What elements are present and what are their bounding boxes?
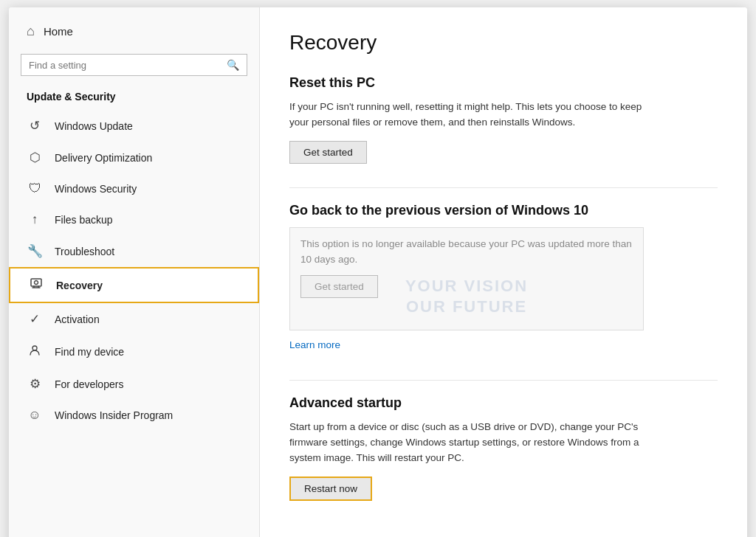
advanced-startup-title: Advanced startup [289,395,718,411]
reset-description: If your PC isn't running well, resetting… [289,100,644,131]
home-icon: ⌂ [27,24,35,39]
windows-update-icon: ↺ [27,118,43,134]
sidebar-item-label: Windows Insider Program [55,409,173,421]
restart-now-button[interactable]: Restart now [289,477,372,501]
sidebar-item-recovery[interactable]: Recovery [9,267,259,303]
sidebar-item-troubleshoot[interactable]: 🔧 Troubleshoot [9,235,259,267]
sidebar-item-windows-insider[interactable]: ☺ Windows Insider Program [9,400,259,431]
sidebar: ⌂ Home 🔍 Update & Security ↺ Windows Upd… [9,7,260,537]
divider-2 [289,380,718,381]
sidebar-item-label: For developers [55,378,123,390]
for-developers-icon: ⚙ [27,376,43,392]
sidebar-item-activation[interactable]: ✓ Activation [9,303,259,335]
advanced-startup-description: Start up from a device or disc (such as … [289,420,644,466]
divider-1 [289,187,718,188]
sidebar-item-windows-update[interactable]: ↺ Windows Update [9,110,259,142]
find-my-device-icon [27,343,43,360]
section-title: Update & Security [9,86,259,110]
home-label: Home [44,25,73,38]
settings-window: ⌂ Home 🔍 Update & Security ↺ Windows Upd… [9,7,747,537]
svg-rect-0 [31,279,41,286]
search-input[interactable] [29,60,221,71]
activation-icon: ✓ [27,311,43,327]
go-back-section: Go back to the previous version of Windo… [289,203,718,356]
reset-section: Reset this PC If your PC isn't running w… [289,75,718,164]
windows-insider-icon: ☺ [27,408,43,423]
sidebar-item-label: Find my device [55,346,124,358]
main-content: Recovery Reset this PC If your PC isn't … [260,7,747,537]
sidebar-item-label: Windows Update [55,120,133,132]
sidebar-item-label: Troubleshoot [55,246,114,257]
windows-security-icon: 🛡 [27,181,43,196]
sidebar-item-label: Delivery Optimization [55,152,152,164]
delivery-optimization-icon: ⬡ [27,150,43,165]
svg-point-1 [35,281,38,285]
go-back-title: Go back to the previous version of Windo… [289,203,718,218]
advanced-startup-section: Advanced startup Start up from a device … [289,395,718,501]
sidebar-item-for-developers[interactable]: ⚙ For developers [9,368,259,400]
learn-more-link[interactable]: Learn more [289,339,340,350]
reset-title: Reset this PC [289,75,718,91]
go-back-description: This option is no longer available becau… [300,237,633,268]
go-back-disabled-box: This option is no longer available becau… [289,227,644,330]
svg-point-2 [32,346,37,350]
troubleshoot-icon: 🔧 [27,243,43,259]
sidebar-item-label: Windows Security [55,183,137,195]
sidebar-item-find-my-device[interactable]: Find my device [9,335,259,368]
sidebar-item-files-backup[interactable]: ↑ Files backup [9,204,259,235]
sidebar-item-label: Activation [55,313,100,325]
search-box: 🔍 [21,54,247,76]
reset-get-started-button[interactable]: Get started [289,141,367,164]
sidebar-item-label: Files backup [55,214,113,226]
sidebar-item-windows-security[interactable]: 🛡 Windows Security [9,173,259,204]
sidebar-item-label: Recovery [56,280,103,291]
page-title: Recovery [289,31,718,55]
sidebar-item-delivery-optimization[interactable]: ⬡ Delivery Optimization [9,142,259,173]
files-backup-icon: ↑ [27,212,43,227]
sidebar-item-home[interactable]: ⌂ Home [9,7,259,49]
go-back-get-started-button[interactable]: Get started [300,275,378,298]
recovery-icon [28,277,44,294]
search-icon: 🔍 [227,59,239,71]
